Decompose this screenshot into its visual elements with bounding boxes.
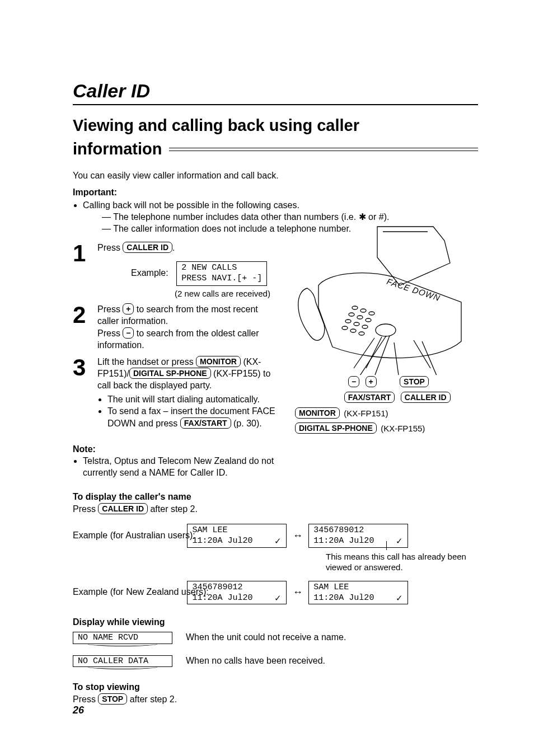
caller-id-key-2: CALLER ID [98,503,148,514]
star-icon: ✱ [359,212,366,222]
step-3-number: 3 [73,356,97,379]
svg-point-1 [360,309,366,312]
svg-point-6 [345,320,351,323]
heading-rule [169,148,479,151]
display-while-heading: Display while viewing [73,617,478,628]
device-minus-key: − [348,376,359,387]
page-title: Caller ID [73,78,478,105]
step-1: 1 Press CALLER ID. Example: 2 NEW CALLS … [73,242,280,299]
lcd-no-name: NO NAME RCVD [73,632,172,644]
svg-point-7 [354,322,359,326]
digital-sp-phone-key: DIGITAL SP-PHONE [129,368,211,379]
svg-point-3 [349,313,354,316]
important-sub1-text: The telephone number includes data other… [113,212,359,222]
intro-text: You can easily view caller information a… [73,170,478,182]
lcd-no-data: NO CALLER DATA [73,655,172,668]
stop-viewing-heading: To stop viewing [73,682,478,693]
svg-line-16 [394,342,400,375]
stop-press: Press [73,694,98,704]
step-2-line2a: Press [97,328,123,338]
device-caller-id-key: CALLER ID [401,392,451,403]
double-arrow-icon: ↔ [293,529,303,542]
device-fax-start-key: FAX/START [344,392,395,403]
note-bullet: Telstra, Optus and Telecom New Zealand d… [83,456,274,479]
svg-point-12 [376,324,396,336]
lcd-display: 2 NEW CALLS PRESS NAVI.[+ -] [176,261,267,286]
svg-point-10 [350,329,356,332]
step-3-bullet1: The unit will start dialing automaticall… [107,394,280,406]
example-nz-label: Example (for New Zealand users): [73,586,185,598]
lcd-nz-name: SAM LEE 11:20A Jul20✓ [308,581,408,605]
important-sub1-tail: or #). [366,212,390,222]
svg-point-5 [366,318,371,322]
important-label: Important: [73,187,478,199]
section-heading-line2: information [73,139,169,160]
monitor-key: MONITOR [196,356,241,367]
note-heading: Note: [73,444,478,456]
stop-after: after step 2. [127,694,177,704]
lcd-au-num-l2: 11:20A Jul20 [313,536,374,546]
caller-name-heading: To display the caller's name [73,491,478,503]
caller-name-press: Press [73,504,98,514]
step-2: 2 Press + to search from the most recent… [73,303,280,351]
device-stop-key: STOP [400,376,429,387]
stop-key: STOP [98,693,127,705]
example-label: Example: [131,268,168,278]
lcd-nz-num-l1: 3456789012 [192,583,242,592]
lcd-line2: PRESS NAVI.[+ -] [181,274,262,283]
page-number: 26 [73,704,84,717]
checkmark-note: This means this call has already been vi… [326,551,471,573]
lcd-au-num: 3456789012 11:20A Jul20✓ [308,524,408,548]
step-3: 3 Lift the handset or press MONITOR (KX-… [73,356,280,436]
step-3-b2b: (p. 30). [231,419,262,428]
device-dsp-key: DIGITAL SP-PHONE [295,422,377,434]
step-3-bullet2: To send a fax – insert the document FACE… [107,406,280,430]
fax-start-key: FAX/START [180,417,231,429]
no-name-desc: When the unit could not receive a name. [186,632,346,644]
lcd-nz-num: 3456789012 11:20A Jul20✓ [187,581,287,605]
fax-machine-icon [293,224,484,375]
minus-key: − [123,327,134,339]
example-au-label: Example (for Australian users): [73,530,185,542]
lcd-nz-name-l2: 11:20A Jul20 [313,593,374,603]
step-3-line1a: Lift the handset or press [97,357,196,367]
step-1-press: Press [97,243,123,252]
step-1-number: 1 [73,242,97,265]
svg-point-8 [362,325,368,328]
step-1-caption: (2 new calls are received) [175,288,280,299]
important-sub1: The telephone number includes data other… [102,212,478,223]
monitor-model: (KX-FP151) [344,408,388,418]
check-icon-3: ✓ [274,593,282,604]
caller-name-after: after step 2. [148,504,198,514]
step-2-number: 2 [73,303,97,327]
device-plus-key: + [366,376,377,387]
plus-key: + [123,303,134,314]
lcd-au-name-l1: SAM LEE [192,525,227,535]
lcd-nz-name-l1: SAM LEE [313,583,349,592]
svg-point-9 [342,326,348,330]
device-monitor-key: MONITOR [295,407,340,419]
double-arrow-icon-2: ↔ [293,586,303,599]
check-icon-2: ✓ [396,536,403,547]
dsp-model: (KX-FP155) [381,424,425,433]
svg-line-13 [354,338,374,368]
lcd-au-name-l2: 11:20A Jul20 [192,536,252,546]
caller-id-key: CALLER ID [123,242,172,253]
section-heading-line1: Viewing and calling back using caller [73,115,478,137]
svg-point-4 [357,316,363,319]
svg-point-0 [352,306,358,309]
no-data-desc: When no calls have been received. [186,655,325,667]
step-2-line1a: Press [97,304,123,314]
svg-point-11 [359,332,364,335]
lcd-au-num-l1: 3456789012 [313,525,364,535]
lcd-line1: 2 NEW CALLS [181,263,237,273]
step-1-dot: . [172,243,175,252]
check-icon: ✓ [274,536,282,547]
svg-point-2 [369,312,374,315]
check-icon-4: ✓ [396,593,403,604]
important-bullet-text: Calling back will not be possible in the… [83,200,299,210]
fax-device-illustration: FACE DOWN [293,224,484,378]
lcd-au-name: SAM LEE 11:20A Jul20✓ [187,524,287,548]
lcd-nz-num-l2: 11:20A Jul20 [192,593,252,603]
